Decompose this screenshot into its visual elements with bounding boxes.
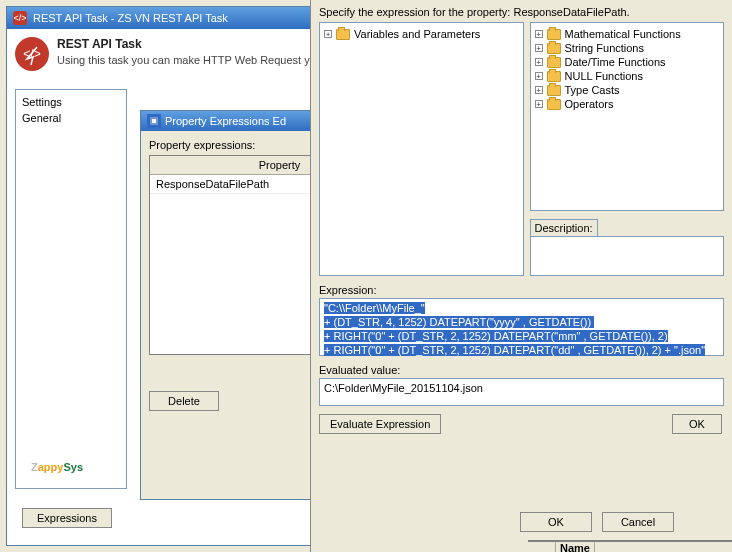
evaluated-value-box: C:\Folder\MyFile_20151104.json [319, 378, 724, 406]
folder-icon [547, 85, 561, 96]
expand-icon[interactable]: + [535, 100, 543, 108]
expression-label: Expression: [311, 276, 732, 298]
cancel-button[interactable]: Cancel [602, 512, 674, 532]
window-title: REST API Task - ZS VN REST API Task [33, 12, 228, 24]
expand-icon[interactable]: + [535, 44, 543, 52]
settings-nav-list[interactable]: Settings General [15, 89, 127, 489]
expand-icon[interactable]: + [535, 86, 543, 94]
tree-item-typecasts[interactable]: +Type Casts [535, 83, 720, 97]
expand-icon[interactable]: + [324, 30, 332, 38]
tree-item-math[interactable]: +Mathematical Functions [535, 27, 720, 41]
description-box [530, 236, 725, 276]
expressions-button[interactable]: Expressions [22, 508, 112, 528]
ok-button[interactable]: OK [520, 512, 592, 532]
expression-builder-dialog: Specify the expression for the property:… [310, 0, 732, 552]
bottom-grid-stub: Name [528, 540, 732, 552]
folder-icon [547, 43, 561, 54]
expression-prompt: Specify the expression for the property:… [311, 0, 732, 22]
dialog-icon [147, 114, 161, 128]
evaluated-label: Evaluated value: [311, 356, 732, 378]
grid-header-name[interactable]: Name [556, 542, 595, 552]
task-logo-icon: </> [15, 37, 49, 71]
tree-item-string[interactable]: +String Functions [535, 41, 720, 55]
folder-icon [547, 71, 561, 82]
nav-item-settings[interactable]: Settings [22, 94, 120, 110]
expand-icon[interactable]: + [535, 58, 543, 66]
app-icon: </> [13, 11, 27, 25]
folder-icon [547, 57, 561, 68]
evaluated-value: C:\Folder\MyFile_20151104.json [324, 382, 483, 394]
svg-rect-1 [152, 119, 156, 123]
expand-icon[interactable]: + [535, 30, 543, 38]
tree-item-variables[interactable]: + Variables and Parameters [324, 27, 519, 41]
grid-corner-cell [528, 542, 556, 552]
description-label: Description: [530, 219, 598, 237]
variables-tree[interactable]: + Variables and Parameters [319, 22, 524, 276]
folder-icon [336, 29, 350, 40]
ok-button[interactable]: OK [672, 414, 722, 434]
nav-item-general[interactable]: General [22, 110, 120, 126]
delete-button[interactable]: Delete [149, 391, 219, 411]
evaluate-expression-button[interactable]: Evaluate Expression [319, 414, 441, 434]
tree-item-datetime[interactable]: +Date/Time Functions [535, 55, 720, 69]
expression-text[interactable]: "C:\\Folder\\MyFile_" + (DT_STR, 4, 1252… [324, 302, 705, 356]
expression-input[interactable]: "C:\\Folder\\MyFile_" + (DT_STR, 4, 1252… [319, 298, 724, 356]
folder-icon [547, 29, 561, 40]
expand-icon[interactable]: + [535, 72, 543, 80]
functions-tree[interactable]: +Mathematical Functions +String Function… [530, 22, 725, 211]
vendor-logo: ZappySys [31, 457, 83, 475]
tree-item-null[interactable]: +NULL Functions [535, 69, 720, 83]
folder-icon [547, 99, 561, 110]
tree-item-operators[interactable]: +Operators [535, 97, 720, 111]
dialog-title: Property Expressions Ed [165, 115, 286, 127]
